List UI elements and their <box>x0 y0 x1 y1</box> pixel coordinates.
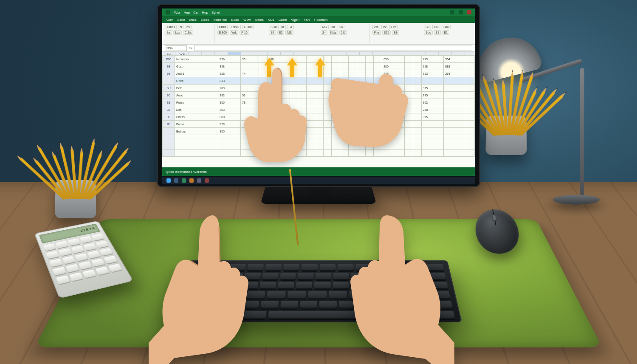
cell[interactable] <box>374 56 382 63</box>
keyboard-key[interactable] <box>417 301 453 309</box>
ribbon-toolbar[interactable]: DibestshshsLosCtBisCtBisFors 0E 800E 800… <box>162 23 475 45</box>
ribbon-button[interactable]: Wrk <box>230 30 238 35</box>
keyboard-key[interactable] <box>409 264 426 271</box>
cell[interactable] <box>413 70 421 77</box>
ribbon-button[interactable]: B9 <box>392 30 399 35</box>
cell[interactable] <box>413 63 421 70</box>
app-titlebar[interactable]: WorHepCalHopSyhel <box>162 8 475 16</box>
ribbon-button[interactable]: Fors 0 <box>229 25 241 29</box>
cell[interactable]: Aot83 <box>175 70 218 77</box>
row-header[interactable] <box>163 142 175 150</box>
taskbar-app-icon[interactable] <box>182 178 186 183</box>
menu-item[interactable]: Itellience <box>214 18 227 22</box>
cell[interactable]: 395 <box>421 92 444 99</box>
cell[interactable] <box>466 70 475 77</box>
cell[interactable] <box>444 99 466 106</box>
row-header[interactable] <box>163 135 175 142</box>
keyboard-key[interactable] <box>386 282 403 290</box>
cell[interactable] <box>175 150 218 157</box>
keyboard-key[interactable] <box>378 301 396 309</box>
cell[interactable] <box>421 150 444 157</box>
row-header[interactable]: 95 <box>163 92 175 99</box>
taskbar-app-icon[interactable] <box>197 178 201 183</box>
menu-item[interactable]: Flochtion <box>314 18 327 22</box>
ribbon-button[interactable]: CtBis <box>183 30 194 35</box>
keyboard-key[interactable] <box>241 301 259 309</box>
cell[interactable] <box>466 56 475 63</box>
keyboard-key[interactable] <box>262 273 278 280</box>
keyboard-key[interactable] <box>314 282 330 290</box>
cell[interactable]: Pet3 <box>175 85 218 92</box>
cell[interactable]: Gosp <box>175 63 218 70</box>
cell[interactable]: 30 <box>241 56 259 63</box>
keyboard-key[interactable] <box>229 264 246 271</box>
keyboard-key[interactable] <box>410 291 430 299</box>
keyboard-key[interactable] <box>189 282 222 290</box>
taskbar-app-icon[interactable] <box>205 178 209 183</box>
os-taskbar[interactable] <box>162 177 475 184</box>
keyboard-key[interactable] <box>391 264 408 271</box>
cell[interactable] <box>466 85 475 92</box>
keyboard-key[interactable] <box>268 311 426 319</box>
row-header[interactable]: BJ <box>163 121 175 128</box>
cell[interactable]: 258 <box>421 63 444 70</box>
cell[interactable] <box>444 150 466 157</box>
keyboard-key[interactable] <box>338 264 354 271</box>
ribbon-button[interactable]: ts <box>178 25 183 29</box>
keyboard-key[interactable] <box>226 273 243 280</box>
cell[interactable] <box>413 56 421 63</box>
cell[interactable] <box>421 135 444 142</box>
ribbon-button[interactable]: In <box>280 25 286 29</box>
cell[interactable] <box>444 128 466 135</box>
ribbon-button[interactable]: MS <box>321 25 329 29</box>
cell[interactable] <box>413 150 421 157</box>
row-header[interactable] <box>163 77 175 85</box>
window-close-icon[interactable] <box>467 10 471 14</box>
window-minimize-icon[interactable] <box>450 10 454 14</box>
keyboard-key[interactable] <box>280 273 296 280</box>
cell[interactable] <box>413 128 421 135</box>
cell[interactable] <box>413 121 421 128</box>
keyboard-key[interactable] <box>211 311 238 319</box>
ribbon-button[interactable]: CtBis <box>217 25 228 29</box>
keyboard-key[interactable] <box>333 282 349 290</box>
ribbon-button[interactable]: E1 <box>442 30 449 35</box>
cell[interactable] <box>307 56 315 63</box>
quick-access-item[interactable]: Hep <box>184 11 190 14</box>
window-maximize-icon[interactable] <box>459 10 463 14</box>
ribbon-button[interactable]: Vv <box>381 25 388 29</box>
worksheet-grid[interactable]: P90Intcreeno8363089865629335498Gosp85828… <box>162 55 475 167</box>
cell[interactable]: 264 <box>444 70 466 77</box>
ribbon-button[interactable]: MS <box>285 30 293 35</box>
ribbon-button[interactable]: S9 <box>434 30 441 35</box>
keyboard-key[interactable] <box>244 273 261 280</box>
cell[interactable] <box>413 113 421 121</box>
cell[interactable]: Potex <box>175 99 218 106</box>
start-icon[interactable] <box>166 178 171 183</box>
keyboard-key[interactable] <box>390 291 409 299</box>
keyboard-key[interactable] <box>316 273 331 280</box>
ribbon-button[interactable]: 60 <box>330 25 337 29</box>
ribbon-button[interactable]: Fire <box>389 25 398 29</box>
ribbon-button[interactable]: E 800 <box>242 25 253 29</box>
keyboard-key[interactable] <box>339 301 357 309</box>
cell[interactable] <box>444 121 466 128</box>
app-menubar[interactable]: GlerSabnMiosElsadItellienceEbadWowSelbsM… <box>162 16 475 23</box>
cell[interactable]: Intcreeno <box>175 56 218 63</box>
keyboard-key[interactable] <box>182 311 210 319</box>
menu-item[interactable]: Ebad <box>231 18 239 22</box>
ribbon-button[interactable]: B9 <box>424 25 431 29</box>
cell[interactable] <box>444 135 466 142</box>
keyboard-key[interactable] <box>287 291 306 299</box>
menu-item[interactable]: Vigsn <box>291 18 299 22</box>
cell[interactable]: 354 <box>444 56 466 63</box>
keyboard-key[interactable] <box>369 291 389 299</box>
ribbon-button[interactable]: F-10 <box>240 30 249 35</box>
row-header[interactable]: SU <box>163 85 175 92</box>
cell[interactable] <box>466 63 475 70</box>
keyboard-key[interactable] <box>423 282 448 290</box>
keyboard-key[interactable] <box>261 301 279 309</box>
keyboard-key[interactable] <box>351 282 367 290</box>
keyboard-key[interactable] <box>239 311 266 319</box>
ribbon-button[interactable]: E 800 <box>217 30 228 35</box>
